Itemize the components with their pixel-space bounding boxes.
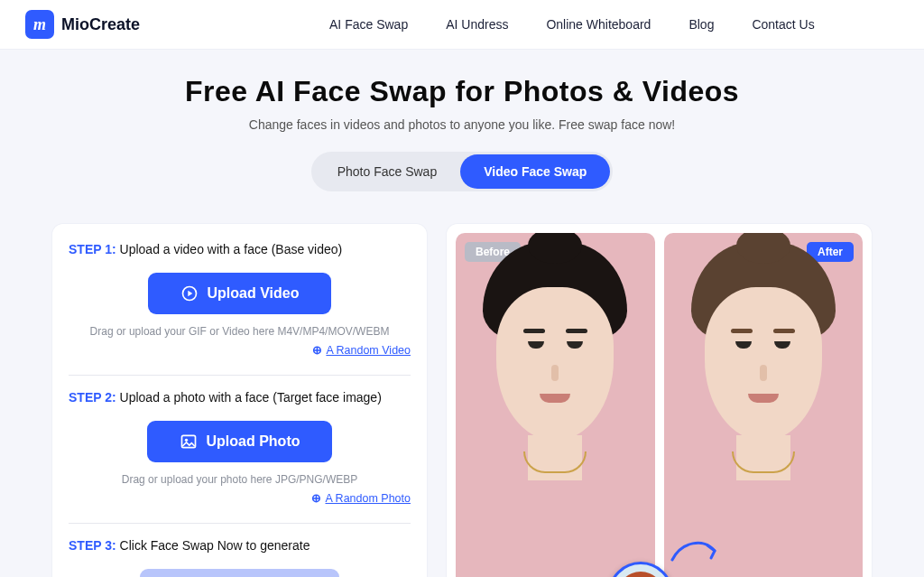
nav-ai-undress[interactable]: AI Undress	[446, 17, 508, 32]
video-hint: Drag or upload your GIF or Video here M4…	[69, 325, 411, 338]
nav-ai-face-swap[interactable]: AI Face Swap	[329, 17, 408, 32]
nav-contact-us[interactable]: Contact Us	[752, 17, 814, 32]
play-circle-icon	[180, 284, 199, 302]
preview-panel: Before After	[447, 224, 872, 577]
before-face-illustration	[456, 233, 655, 577]
image-icon	[180, 433, 198, 451]
step-3-text: Click Face Swap Now to generate	[116, 538, 310, 553]
hero: Free AI Face Swap for Photos & Videos Ch…	[0, 50, 924, 208]
step-2-text: Upload a photo with a face (Target face …	[116, 390, 382, 405]
step-1-prefix: STEP 1:	[69, 242, 116, 256]
steps-panel: STEP 1: Upload a video with a face (Base…	[52, 224, 427, 577]
random-photo-link[interactable]: A Random Photo	[325, 492, 411, 505]
step-2-title: STEP 2: Upload a photo with a face (Targ…	[69, 390, 411, 405]
swap-arrow-icon	[668, 533, 722, 577]
main-content: STEP 1: Upload a video with a face (Base…	[0, 208, 924, 577]
before-preview: Before	[456, 233, 655, 577]
nav-online-whiteboard[interactable]: Online Whiteboard	[546, 17, 651, 32]
upload-photo-button[interactable]: Upload Photo	[147, 421, 333, 462]
step-3: STEP 3: Click Face Swap Now to generate …	[69, 536, 411, 577]
step-1-text: Upload a video with a face (Base video)	[116, 242, 343, 256]
plus-circle-icon: ⊕	[311, 491, 321, 505]
step-3-title: STEP 3: Click Face Swap Now to generate	[69, 538, 411, 553]
upload-video-label: Upload Video	[208, 285, 300, 302]
nav-blog[interactable]: Blog	[688, 17, 714, 32]
logo-mark: m	[25, 10, 54, 39]
after-preview: After	[664, 233, 864, 577]
random-video-link[interactable]: A Random Video	[326, 344, 411, 357]
tab-video-face-swap[interactable]: Video Face Swap	[460, 154, 610, 189]
brand-logo[interactable]: m MioCreate	[25, 10, 140, 39]
upload-video-button[interactable]: Upload Video	[148, 273, 332, 314]
divider-1	[69, 375, 411, 376]
step-1: STEP 1: Upload a video with a face (Base…	[69, 240, 411, 366]
tab-photo-face-swap[interactable]: Photo Face Swap	[314, 154, 461, 189]
step-1-title: STEP 1: Upload a video with a face (Base…	[69, 242, 411, 256]
after-face-illustration	[664, 233, 864, 577]
page-subtitle: Change faces in videos and photos to any…	[0, 117, 924, 132]
random-photo-row: ⊕ A Random Photo	[69, 491, 411, 505]
mode-tabs: Photo Face Swap Video Face Swap	[311, 152, 614, 191]
plus-circle-icon: ⊕	[312, 343, 322, 357]
main-nav: AI Face Swap AI Undress Online Whiteboar…	[329, 17, 815, 32]
svg-point-2	[184, 439, 187, 442]
upload-photo-label: Upload Photo	[207, 433, 300, 450]
step-2: STEP 2: Upload a photo with a face (Targ…	[69, 388, 411, 514]
page-title: Free AI Face Swap for Photos & Videos	[0, 75, 924, 108]
swap-face-now-button[interactable]: Swap Face Now →	[140, 569, 339, 577]
main-header: m MioCreate AI Face Swap AI Undress Onli…	[0, 0, 924, 50]
divider-2	[69, 523, 411, 524]
step-2-prefix: STEP 2:	[69, 390, 116, 405]
step-3-prefix: STEP 3:	[69, 538, 116, 553]
brand-name: MioCreate	[61, 15, 140, 34]
photo-hint: Drag or upload your photo here JPG/PNG/W…	[69, 473, 411, 486]
random-video-row: ⊕ A Random Video	[69, 343, 411, 357]
